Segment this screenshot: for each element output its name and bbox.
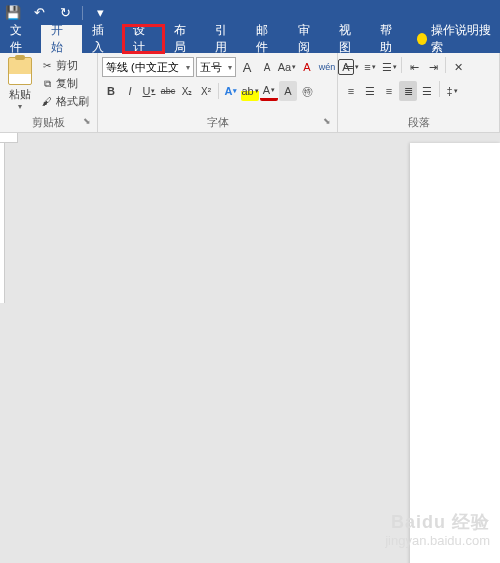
shrink-font-button[interactable]: A [258,57,276,77]
page-edge-left [0,143,7,563]
bullets-button[interactable]: ≔▾ [342,57,360,77]
tab-file[interactable]: 文件 [0,25,41,53]
sort-button[interactable]: ✕ [449,57,467,77]
enclose-chars-button[interactable]: ㊕ [298,81,316,101]
tab-mailings[interactable]: 邮件 [246,25,287,53]
char-shading-button[interactable]: A [279,81,297,101]
bold-button[interactable]: B [102,81,120,101]
underline-button[interactable]: U▾ [140,81,158,101]
clipboard-launcher[interactable]: ⬊ [83,116,91,126]
paste-icon [8,57,32,85]
font-name-value: 等线 (中文正文 [106,60,179,75]
font-size-value: 五号 [200,60,222,75]
font-size-combo[interactable]: 五号▾ [196,57,236,77]
tell-me-label: 操作说明搜索 [431,22,494,56]
paste-label: 粘贴 [9,87,31,102]
font-color-button[interactable]: A▾ [260,81,278,101]
bulb-icon [417,33,427,45]
tab-insert[interactable]: 插入 [82,25,123,53]
document-canvas[interactable]: Baidu 经验 jingyan.baidu.com [0,133,500,563]
separator [401,57,402,73]
separator [439,81,440,97]
multilevel-button[interactable]: ☰▾ [380,57,398,77]
text-effects-button[interactable]: A▾ [222,81,240,101]
qat-separator [82,6,83,20]
justify-button[interactable]: ≣ [399,81,417,101]
brush-icon: 🖌 [41,96,53,108]
tab-layout[interactable]: 布局 [164,25,205,53]
save-button[interactable]: 💾 [4,4,22,22]
tell-me-search[interactable]: 操作说明搜索 [411,25,500,53]
distributed-button[interactable]: ☰ [418,81,436,101]
font-name-combo[interactable]: 等线 (中文正文▾ [102,57,194,77]
cut-label: 剪切 [56,58,78,73]
decrease-indent-button[interactable]: ⇤ [405,57,423,77]
grow-font-button[interactable]: A [238,57,256,77]
undo-button[interactable]: ↶ [30,4,48,22]
ribbon-tabs: 文件 开始 插入 设计 布局 引用 邮件 审阅 视图 帮助 操作说明搜索 [0,25,500,53]
group-paragraph: ≔▾ ≡▾ ☰▾ ⇤ ⇥ ✕ ≡ ☰ ≡ ≣ ☰ ‡▾ 段落 [338,53,500,132]
title-bar: 💾 ↶ ↻ ▾ [0,0,500,25]
superscript-button[interactable]: X² [197,81,215,101]
group-font: 等线 (中文正文▾ 五号▾ A A Aa▾ A wén A B I U▾ abc… [98,53,338,132]
tab-review[interactable]: 审阅 [288,25,329,53]
phonetic-guide-button[interactable]: wén [318,57,336,77]
qat-customize[interactable]: ▾ [91,4,109,22]
tab-references[interactable]: 引用 [205,25,246,53]
separator [445,57,446,73]
cut-button[interactable]: ✂ 剪切 [38,57,92,74]
align-right-button[interactable]: ≡ [380,81,398,101]
paste-button[interactable]: 粘贴 ▾ [4,55,36,113]
separator [218,83,219,99]
scissors-icon: ✂ [41,60,53,72]
strikethrough-button[interactable]: abc [159,81,177,101]
increase-indent-button[interactable]: ⇥ [424,57,442,77]
line-spacing-button[interactable]: ‡▾ [443,81,461,101]
clear-format-button[interactable]: A [298,57,316,77]
group-label-font: 字体 ⬊ [102,114,333,132]
italic-button[interactable]: I [121,81,139,101]
tab-view[interactable]: 视图 [329,25,370,53]
copy-label: 复制 [56,76,78,91]
copy-button[interactable]: ⧉ 复制 [38,75,92,92]
tab-design[interactable]: 设计 [123,25,164,53]
redo-button[interactable]: ↻ [56,4,74,22]
ruler-corner [0,133,18,143]
subscript-button[interactable]: X₂ [178,81,196,101]
group-label-clipboard: 剪贴板 ⬊ [4,114,93,132]
ribbon: 粘贴 ▾ ✂ 剪切 ⧉ 复制 🖌 格式刷 剪贴板 ⬊ [0,53,500,133]
numbering-button[interactable]: ≡▾ [361,57,379,77]
font-launcher[interactable]: ⬊ [323,116,331,126]
highlight-button[interactable]: ab▾ [241,81,259,101]
format-painter-button[interactable]: 🖌 格式刷 [38,93,92,110]
document-page[interactable] [410,143,500,563]
tab-help[interactable]: 帮助 [370,25,411,53]
chevron-down-icon: ▾ [18,102,22,111]
group-clipboard: 粘贴 ▾ ✂ 剪切 ⧉ 复制 🖌 格式刷 剪贴板 ⬊ [0,53,98,132]
format-painter-label: 格式刷 [56,94,89,109]
align-left-button[interactable]: ≡ [342,81,360,101]
align-center-button[interactable]: ☰ [361,81,379,101]
change-case-button[interactable]: Aa▾ [278,57,296,77]
tab-home[interactable]: 开始 [41,25,82,53]
copy-icon: ⧉ [41,78,53,90]
group-label-paragraph: 段落 [342,114,495,132]
